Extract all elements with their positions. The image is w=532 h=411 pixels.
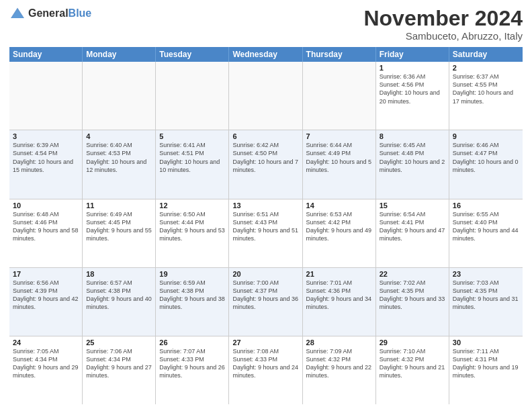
day-number: 1 — [380, 64, 445, 72]
day-number: 14 — [306, 201, 372, 210]
day-info: Sunrise: 6:54 AMSunset: 4:41 PMDaylight:… — [380, 210, 445, 243]
day-number: 10 — [13, 201, 79, 210]
day-number: 28 — [306, 338, 372, 347]
calendar-cell: 18Sunrise: 6:57 AMSunset: 4:38 PMDayligh… — [83, 268, 156, 336]
day-info: Sunrise: 7:03 AMSunset: 4:35 PMDaylight:… — [453, 279, 519, 312]
calendar-cell: 2Sunrise: 6:37 AMSunset: 4:55 PMDaylight… — [449, 62, 523, 130]
logo-text: GeneralBlue — [28, 7, 91, 19]
calendar-cell — [9, 62, 83, 130]
day-info: Sunrise: 7:01 AMSunset: 4:36 PMDaylight:… — [306, 279, 372, 312]
day-number: 20 — [232, 270, 298, 278]
calendar-header-cell: Saturday — [449, 47, 523, 62]
day-number: 2 — [453, 64, 519, 72]
day-info: Sunrise: 6:37 AMSunset: 4:55 PMDaylight:… — [453, 73, 519, 105]
day-info: Sunrise: 7:06 AMSunset: 4:34 PMDaylight:… — [86, 347, 152, 380]
calendar-cell: 26Sunrise: 7:07 AMSunset: 4:33 PMDayligh… — [156, 336, 229, 404]
calendar-week-row: 10Sunrise: 6:48 AMSunset: 4:46 PMDayligh… — [9, 199, 523, 268]
calendar-cell: 8Sunrise: 6:45 AMSunset: 4:48 PMDaylight… — [376, 130, 449, 198]
calendar-header-cell: Sunday — [9, 47, 83, 62]
calendar-cell: 24Sunrise: 7:05 AMSunset: 4:34 PMDayligh… — [9, 336, 83, 404]
calendar-cell: 15Sunrise: 6:54 AMSunset: 4:41 PMDayligh… — [376, 199, 449, 267]
day-number: 27 — [232, 338, 298, 347]
day-info: Sunrise: 6:57 AMSunset: 4:38 PMDaylight:… — [86, 279, 152, 312]
day-number: 8 — [380, 132, 445, 140]
calendar-cell: 4Sunrise: 6:40 AMSunset: 4:53 PMDaylight… — [83, 130, 156, 198]
day-number: 15 — [380, 201, 445, 210]
day-number: 18 — [86, 270, 152, 278]
day-number: 12 — [159, 201, 225, 210]
calendar-week-row: 24Sunrise: 7:05 AMSunset: 4:34 PMDayligh… — [9, 336, 523, 404]
calendar-header-cell: Monday — [83, 47, 156, 62]
calendar-cell — [156, 62, 229, 130]
day-info: Sunrise: 6:36 AMSunset: 4:56 PMDaylight:… — [380, 73, 445, 105]
location: Sambuceto, Abruzzo, Italy — [363, 30, 523, 42]
day-number: 4 — [86, 132, 152, 140]
calendar-cell: 12Sunrise: 6:50 AMSunset: 4:44 PMDayligh… — [156, 199, 229, 267]
day-info: Sunrise: 6:53 AMSunset: 4:42 PMDaylight:… — [306, 210, 372, 243]
calendar-cell: 9Sunrise: 6:46 AMSunset: 4:47 PMDaylight… — [449, 130, 523, 198]
day-info: Sunrise: 6:59 AMSunset: 4:38 PMDaylight:… — [159, 279, 225, 312]
header: GeneralBlue November 2024 Sambuceto, Abr… — [9, 7, 523, 42]
day-info: Sunrise: 6:39 AMSunset: 4:54 PMDaylight:… — [13, 141, 79, 174]
calendar-cell: 13Sunrise: 6:51 AMSunset: 4:43 PMDayligh… — [229, 199, 302, 267]
day-number: 7 — [306, 132, 372, 140]
day-number: 23 — [453, 270, 519, 278]
calendar-week-row: 1Sunrise: 6:36 AMSunset: 4:56 PMDaylight… — [9, 62, 523, 130]
day-info: Sunrise: 6:46 AMSunset: 4:47 PMDaylight:… — [453, 141, 519, 174]
day-number: 19 — [159, 270, 225, 278]
day-number: 5 — [159, 132, 225, 140]
day-info: Sunrise: 6:50 AMSunset: 4:44 PMDaylight:… — [159, 210, 225, 243]
title-block: November 2024 Sambuceto, Abruzzo, Italy — [363, 7, 523, 42]
calendar-cell: 17Sunrise: 6:56 AMSunset: 4:39 PMDayligh… — [9, 268, 83, 336]
day-number: 16 — [453, 201, 519, 210]
day-info: Sunrise: 6:56 AMSunset: 4:39 PMDaylight:… — [13, 279, 79, 312]
day-info: Sunrise: 7:09 AMSunset: 4:32 PMDaylight:… — [306, 347, 372, 380]
calendar-cell — [303, 62, 376, 130]
day-info: Sunrise: 6:55 AMSunset: 4:40 PMDaylight:… — [453, 210, 519, 243]
calendar-cell: 23Sunrise: 7:03 AMSunset: 4:35 PMDayligh… — [449, 268, 523, 336]
day-info: Sunrise: 7:02 AMSunset: 4:35 PMDaylight:… — [380, 279, 445, 312]
day-info: Sunrise: 6:40 AMSunset: 4:53 PMDaylight:… — [86, 141, 152, 174]
day-info: Sunrise: 6:51 AMSunset: 4:43 PMDaylight:… — [232, 210, 298, 243]
calendar-week-row: 17Sunrise: 6:56 AMSunset: 4:39 PMDayligh… — [9, 268, 523, 336]
calendar: SundayMondayTuesdayWednesdayThursdayFrid… — [9, 47, 523, 404]
calendar-cell: 30Sunrise: 7:11 AMSunset: 4:31 PMDayligh… — [449, 336, 523, 404]
page: GeneralBlue November 2024 Sambuceto, Abr… — [0, 0, 532, 411]
day-info: Sunrise: 7:05 AMSunset: 4:34 PMDaylight:… — [13, 347, 79, 380]
calendar-cell: 22Sunrise: 7:02 AMSunset: 4:35 PMDayligh… — [376, 268, 449, 336]
day-info: Sunrise: 6:41 AMSunset: 4:51 PMDaylight:… — [159, 141, 225, 174]
day-number: 3 — [13, 132, 79, 140]
calendar-cell: 21Sunrise: 7:01 AMSunset: 4:36 PMDayligh… — [303, 268, 376, 336]
calendar-cell: 6Sunrise: 6:42 AMSunset: 4:50 PMDaylight… — [229, 130, 302, 198]
calendar-cell: 14Sunrise: 6:53 AMSunset: 4:42 PMDayligh… — [303, 199, 376, 267]
calendar-header-cell: Thursday — [303, 47, 376, 62]
day-info: Sunrise: 7:10 AMSunset: 4:32 PMDaylight:… — [380, 347, 445, 380]
day-number: 13 — [232, 201, 298, 210]
day-info: Sunrise: 6:45 AMSunset: 4:48 PMDaylight:… — [380, 141, 445, 174]
calendar-week-row: 3Sunrise: 6:39 AMSunset: 4:54 PMDaylight… — [9, 130, 523, 199]
day-info: Sunrise: 7:00 AMSunset: 4:37 PMDaylight:… — [232, 279, 298, 312]
calendar-header: SundayMondayTuesdayWednesdayThursdayFrid… — [9, 47, 523, 62]
day-info: Sunrise: 6:48 AMSunset: 4:46 PMDaylight:… — [13, 210, 79, 243]
day-number: 29 — [380, 338, 445, 347]
calendar-header-cell: Tuesday — [156, 47, 229, 62]
day-number: 22 — [380, 270, 445, 278]
calendar-cell: 3Sunrise: 6:39 AMSunset: 4:54 PMDaylight… — [9, 130, 83, 198]
day-number: 30 — [453, 338, 519, 347]
logo: GeneralBlue — [9, 7, 91, 20]
day-number: 26 — [159, 338, 225, 347]
day-number: 21 — [306, 270, 372, 278]
calendar-cell — [83, 62, 156, 130]
calendar-cell: 25Sunrise: 7:06 AMSunset: 4:34 PMDayligh… — [83, 336, 156, 404]
calendar-cell: 29Sunrise: 7:10 AMSunset: 4:32 PMDayligh… — [376, 336, 449, 404]
day-info: Sunrise: 6:44 AMSunset: 4:49 PMDaylight:… — [306, 141, 372, 174]
calendar-cell: 20Sunrise: 7:00 AMSunset: 4:37 PMDayligh… — [229, 268, 302, 336]
day-number: 6 — [232, 132, 298, 140]
day-info: Sunrise: 7:11 AMSunset: 4:31 PMDaylight:… — [453, 347, 519, 380]
day-info: Sunrise: 7:08 AMSunset: 4:33 PMDaylight:… — [232, 347, 298, 380]
calendar-cell: 10Sunrise: 6:48 AMSunset: 4:46 PMDayligh… — [9, 199, 83, 267]
calendar-cell: 11Sunrise: 6:49 AMSunset: 4:45 PMDayligh… — [83, 199, 156, 267]
calendar-cell: 16Sunrise: 6:55 AMSunset: 4:40 PMDayligh… — [449, 199, 523, 267]
day-number: 9 — [453, 132, 519, 140]
calendar-cell: 27Sunrise: 7:08 AMSunset: 4:33 PMDayligh… — [229, 336, 302, 404]
